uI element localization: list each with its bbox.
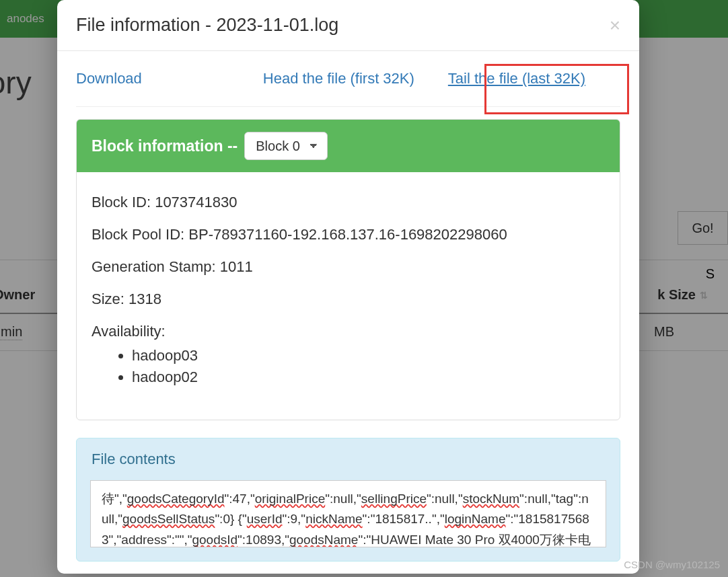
- tail-file-link[interactable]: Tail the file (last 32K): [448, 70, 585, 87]
- head-file-link[interactable]: Head the file (first 32K): [263, 70, 414, 87]
- modal-header: File information - 2023-11-01.log ×: [57, 0, 639, 51]
- block-info-label: Block information --: [92, 137, 238, 155]
- watermark: CSDN @wmy102125: [624, 559, 720, 570]
- modal-body: Download Head the file (first 32K) Tail …: [57, 51, 639, 574]
- block-select[interactable]: Block 0: [244, 132, 328, 160]
- availability-row: Availability: hadoop03 hadoop02: [92, 323, 605, 386]
- file-contents-textarea[interactable]: 待","goodsCategoryId":47,"originalPrice":…: [90, 480, 606, 547]
- availability-item: hadoop03: [132, 347, 605, 364]
- modal-title: File information - 2023-11-01.log: [76, 15, 338, 36]
- block-info-body: Block ID: 1073741830 Block Pool ID: BP-7…: [77, 172, 620, 420]
- block-info-panel: Block information -- Block 0 Block ID: 1…: [76, 119, 620, 420]
- file-info-modal: File information - 2023-11-01.log × Down…: [57, 0, 639, 574]
- block-id-row: Block ID: 1073741830: [92, 194, 605, 211]
- file-contents-panel: File contents 待","goodsCategoryId":47,"o…: [76, 438, 620, 562]
- availability-list: hadoop03 hadoop02: [92, 347, 605, 386]
- close-button[interactable]: ×: [610, 16, 620, 35]
- generation-stamp-row: Generation Stamp: 1011: [92, 258, 605, 276]
- block-info-header: Block information -- Block 0: [77, 120, 620, 172]
- file-contents-header: File contents: [77, 438, 620, 480]
- download-link[interactable]: Download: [76, 70, 142, 87]
- file-action-links: Download Head the file (first 32K) Tail …: [76, 63, 620, 107]
- block-pool-id-row: Block Pool ID: BP-789371160-192.168.137.…: [92, 226, 605, 243]
- size-row: Size: 1318: [92, 291, 605, 308]
- availability-item: hadoop02: [132, 369, 605, 386]
